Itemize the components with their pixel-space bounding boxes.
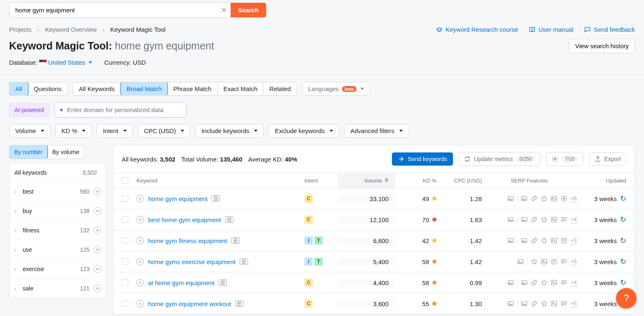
keyword-link[interactable]: best home gym equipment — [148, 216, 221, 223]
breadcrumb-overview[interactable]: Keyword Overview — [45, 26, 97, 33]
feedback-link[interactable]: Send feedback — [584, 26, 635, 33]
add-keyword-button[interactable]: + — [137, 258, 144, 265]
tab-by-volume[interactable]: By volume — [47, 145, 84, 159]
filter-intent[interactable]: Intent — [97, 124, 133, 138]
filter-kd[interactable]: KD % — [55, 124, 92, 138]
course-link[interactable]: Keyword Research course — [436, 26, 518, 33]
eye-icon[interactable] — [94, 265, 101, 273]
serp-more[interactable]: +5 — [571, 258, 577, 265]
filter-include[interactable]: Include keywords — [195, 124, 264, 138]
svg-rect-36 — [552, 301, 557, 306]
row-checkbox[interactable] — [122, 300, 128, 307]
col-cpc[interactable]: CPC (USD) — [436, 178, 482, 184]
tab-all[interactable]: All — [9, 82, 28, 96]
serp-more[interactable]: +3 — [571, 237, 577, 244]
tab-related[interactable]: Related — [264, 82, 297, 95]
filter-volume[interactable]: Volume — [9, 124, 50, 138]
database-select[interactable]: United States — [48, 59, 92, 66]
update-metrics-button[interactable]: Update metrics0/250 — [459, 152, 540, 166]
refresh-row-button[interactable]: ↻ — [620, 194, 626, 203]
add-keyword-button[interactable]: + — [137, 216, 144, 223]
search-button[interactable]: Search — [231, 3, 266, 17]
add-keyword-button[interactable]: + — [137, 195, 144, 202]
image-icon — [551, 195, 557, 202]
sidebar-item-count: 123 — [80, 266, 90, 272]
help-button[interactable]: ? — [616, 288, 637, 309]
serp-more[interactable]: +6 — [571, 195, 577, 202]
serp-preview-button[interactable] — [219, 279, 227, 286]
tab-broad-match[interactable]: Broad Match — [120, 82, 168, 96]
search-input[interactable] — [9, 3, 217, 17]
filter-exclude[interactable]: Exclude keywords — [269, 124, 339, 138]
col-volume[interactable]: Volume — [337, 173, 395, 188]
refresh-row-button[interactable]: ↻ — [620, 215, 626, 224]
row-checkbox[interactable] — [122, 195, 128, 202]
keyword-link[interactable]: home gym equipment workout — [148, 300, 231, 307]
sidebar-group-item[interactable]: ›best560 — [9, 182, 106, 201]
match-tabs: All Keywords Broad Match Phrase Match Ex… — [73, 82, 297, 96]
eye-icon[interactable] — [94, 227, 101, 234]
refresh-row-button[interactable]: ↻ — [620, 236, 626, 245]
col-updated[interactable]: Updated — [577, 178, 626, 184]
serp-preview-button[interactable] — [231, 237, 240, 244]
eye-icon[interactable] — [94, 285, 101, 292]
image-icon — [551, 279, 557, 286]
select-all-checkbox[interactable] — [122, 177, 128, 184]
clear-search-button[interactable]: ✕ — [217, 3, 231, 17]
serp-more[interactable]: +5 — [571, 300, 577, 307]
languages-button[interactable]: Languages beta — [302, 82, 370, 96]
eye-icon[interactable] — [94, 188, 101, 195]
row-checkbox[interactable] — [122, 216, 128, 223]
serp-more[interactable]: +4 — [571, 216, 577, 223]
filter-cpc[interactable]: CPC (USD) — [138, 124, 191, 138]
add-keyword-button[interactable]: + — [137, 300, 144, 307]
sidebar-group-item[interactable]: ›exercise123 — [9, 260, 106, 279]
volume-value: 4,400 — [337, 279, 395, 286]
col-kd[interactable]: KD % — [395, 178, 436, 184]
serp-preview-button[interactable] — [235, 300, 243, 307]
add-keyword-button[interactable]: + — [137, 279, 144, 286]
ai-powered-badge: AI-powered — [9, 103, 50, 117]
keyword-link[interactable]: home gym equipment — [148, 195, 208, 202]
sidebar-all-keywords[interactable]: All keywords 3,502 — [9, 164, 106, 182]
col-serp[interactable]: SERP Features — [482, 178, 577, 184]
tab-questions[interactable]: Questions — [28, 82, 68, 95]
chat-icon — [561, 300, 567, 307]
send-keywords-button[interactable]: Send keywords — [392, 152, 453, 166]
filter-advanced[interactable]: Advanced filters — [344, 124, 409, 138]
breadcrumb-projects[interactable]: Projects — [9, 26, 31, 33]
view-history-button[interactable]: View search history — [569, 39, 635, 53]
sidebar-group-item[interactable]: ›fitness132 — [9, 221, 106, 240]
tab-by-number[interactable]: By number — [9, 145, 48, 159]
add-keyword-button[interactable]: + — [137, 237, 144, 244]
row-checkbox[interactable] — [122, 258, 128, 265]
col-keyword[interactable]: Keyword — [137, 178, 304, 184]
refresh-row-button[interactable]: ↻ — [620, 257, 626, 266]
col-intent[interactable]: Intent — [304, 178, 337, 184]
row-checkbox[interactable] — [122, 279, 128, 286]
refresh-row-button[interactable]: ↻ — [620, 278, 626, 287]
tab-all-keywords[interactable]: All Keywords — [73, 82, 121, 95]
row-checkbox[interactable] — [122, 237, 128, 244]
keyword-link[interactable]: home gyms exercise equipment — [148, 258, 236, 265]
serp-preview-button[interactable] — [240, 258, 248, 265]
eye-icon[interactable] — [94, 207, 101, 215]
sidebar-group-item[interactable]: ›buy138 — [9, 201, 106, 221]
sidebar-group-item[interactable]: ›sale121 — [9, 279, 106, 298]
tab-phrase-match[interactable]: Phrase Match — [167, 82, 218, 95]
eye-icon[interactable] — [94, 246, 101, 253]
star-icon — [541, 237, 547, 244]
serp-preview-button[interactable] — [212, 195, 220, 202]
chevron-down-icon — [330, 130, 333, 132]
ads-icon — [517, 258, 524, 265]
serp-preview-button[interactable] — [225, 216, 234, 223]
export-button[interactable]: Export — [589, 152, 626, 166]
manual-link[interactable]: User manual — [529, 26, 573, 33]
settings-button[interactable]: 7/10 — [546, 152, 583, 166]
keyword-link[interactable]: home gym fitness equipment — [148, 237, 227, 244]
keyword-link[interactable]: at home gym equipment — [148, 279, 215, 286]
sidebar-group-item[interactable]: ›use125 — [9, 240, 106, 260]
domain-input[interactable] — [67, 103, 182, 117]
serp-more[interactable]: +4 — [571, 279, 577, 286]
tab-exact-match[interactable]: Exact Match — [218, 82, 264, 95]
